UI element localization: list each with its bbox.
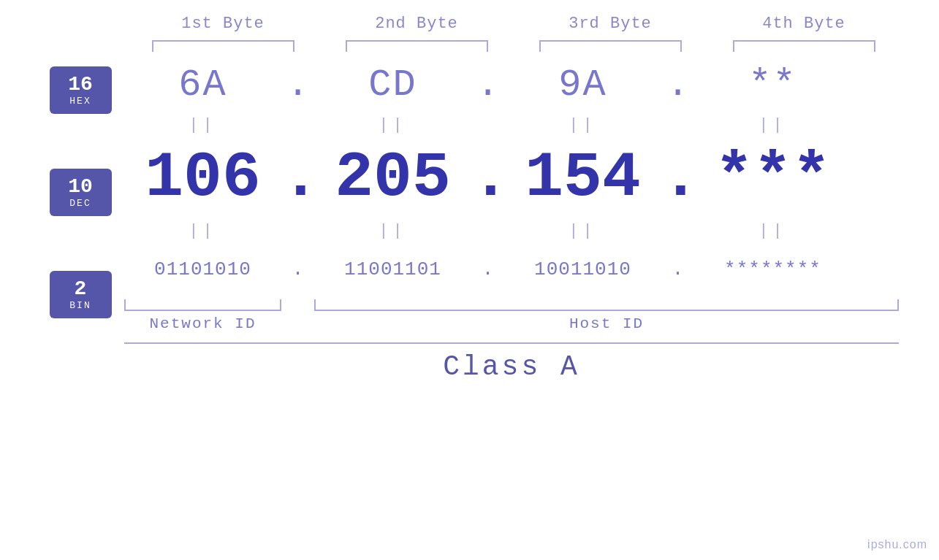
hex-row: 6A . CD . 9A . **	[124, 55, 899, 114]
dec-dot-2: .	[471, 142, 504, 214]
hex-badge: 16 HEX	[50, 66, 112, 114]
ip-grid: 6A . CD . 9A . **	[124, 55, 899, 383]
bin-base-label: BIN	[69, 300, 91, 311]
hex-value-3: 9A	[558, 64, 607, 107]
top-brackets	[126, 40, 901, 52]
network-id-label: Network ID	[124, 315, 281, 332]
hex-cell-4: **	[694, 64, 851, 107]
byte-label-1: 1st Byte	[146, 15, 300, 33]
hex-value-2: CD	[368, 64, 417, 107]
equals-1-3: ||	[504, 116, 661, 134]
bracket-top-3	[539, 40, 682, 52]
dec-badge: 10 DEC	[50, 169, 112, 216]
bracket-top-2	[346, 40, 488, 52]
bin-value-4: ********	[724, 258, 821, 280]
byte-label-4: 4th Byte	[727, 15, 881, 33]
bin-base-number: 2	[75, 278, 87, 301]
bin-value-1: 01101010	[154, 258, 251, 280]
hex-dot-3: .	[661, 64, 694, 107]
base-badges: 16 HEX 10 DEC 2 BIN	[37, 55, 124, 326]
bin-dot-1: .	[281, 258, 314, 280]
bracket-top-4	[733, 40, 875, 52]
dec-value-1: 106	[145, 142, 260, 214]
bin-cell-1: 01101010	[124, 258, 281, 280]
hex-cell-3: 9A	[504, 64, 661, 107]
bottom-bar-line	[124, 342, 899, 344]
bin-value-2: 11001101	[344, 258, 441, 280]
bin-row: 01101010 . 11001101 . 10011010 .	[124, 242, 899, 296]
host-bracket-bottom	[314, 299, 899, 311]
equals-2-1: ||	[124, 222, 281, 240]
equals-2-2: ||	[314, 222, 471, 240]
dec-value-3: 154	[525, 142, 640, 214]
dec-base-number: 10	[68, 176, 93, 199]
bin-cell-2: 11001101	[314, 258, 471, 280]
bin-badge: 2 BIN	[50, 271, 112, 318]
bin-value-3: 10011010	[534, 258, 631, 280]
hex-value-1: 6A	[178, 64, 227, 107]
hex-value-4: **	[748, 64, 797, 107]
hex-cell-2: CD	[314, 64, 471, 107]
dec-cell-2: 205	[314, 142, 471, 214]
dec-dot-1: .	[281, 142, 314, 214]
byte-label-2: 2nd Byte	[340, 15, 493, 33]
byte-labels-row: 1st Byte 2nd Byte 3rd Byte 4th Byte	[126, 15, 901, 33]
bracket-top-1	[152, 40, 294, 52]
equals-1-4: ||	[694, 116, 851, 134]
main-container: 1st Byte 2nd Byte 3rd Byte 4th Byte 16 H…	[0, 0, 939, 560]
dec-cell-3: 154	[504, 142, 661, 214]
equals-row-2: || || || ||	[124, 220, 899, 242]
host-id-label: Host ID	[314, 315, 899, 332]
content-wrapper: 16 HEX 10 DEC 2 BIN 6A .	[37, 55, 902, 383]
dec-value-2: 205	[335, 142, 450, 214]
equals-2-3: ||	[504, 222, 661, 240]
dec-cell-1: 106	[124, 142, 281, 214]
bottom-brackets-row	[124, 299, 899, 311]
bin-dot-2: .	[471, 258, 504, 280]
bin-dot-3: .	[661, 258, 694, 280]
dec-row: 106 . 205 . 154 . ***	[124, 136, 899, 220]
class-label: Class A	[124, 351, 899, 383]
equals-1-1: ||	[124, 116, 281, 134]
hex-base-number: 16	[68, 74, 93, 96]
hex-dot-2: .	[471, 64, 504, 107]
equals-row-1: || || || ||	[124, 114, 899, 136]
hex-cell-1: 6A	[124, 64, 281, 107]
equals-2-4: ||	[694, 222, 851, 240]
equals-1-2: ||	[314, 116, 471, 134]
dec-base-label: DEC	[69, 198, 91, 209]
network-bracket-bottom	[124, 299, 281, 311]
dec-dot-3: .	[661, 142, 694, 214]
id-labels-row: Network ID Host ID	[124, 315, 899, 332]
dec-cell-4: ***	[694, 142, 851, 214]
hex-dot-1: .	[281, 64, 314, 107]
byte-label-3: 3rd Byte	[533, 15, 687, 33]
hex-base-label: HEX	[69, 96, 91, 107]
dec-value-4: ***	[715, 142, 830, 214]
watermark: ipshu.com	[867, 538, 927, 551]
bin-cell-4: ********	[694, 258, 851, 280]
bin-cell-3: 10011010	[504, 258, 661, 280]
